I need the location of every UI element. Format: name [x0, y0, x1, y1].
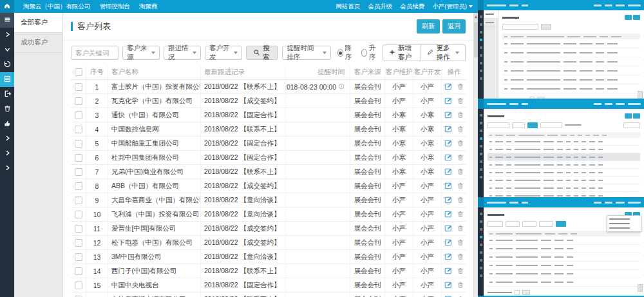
delete-icon-button[interactable]: [457, 82, 464, 91]
delete-icon-button[interactable]: [457, 139, 464, 148]
delete-icon-button[interactable]: [457, 125, 464, 134]
user-menu[interactable]: 小严(管理员): [432, 3, 473, 11]
edit-icon-button[interactable]: [444, 295, 452, 297]
edit-icon-button[interactable]: [444, 97, 452, 106]
cell-actions: [442, 137, 466, 150]
refresh-button[interactable]: 刷新: [417, 19, 440, 34]
delete-icon-button[interactable]: [457, 238, 464, 247]
row-checkbox[interactable]: [75, 211, 82, 218]
sidebar-trash-item[interactable]: [0, 102, 14, 117]
sidebar-thumbs-up-item[interactable]: [0, 117, 14, 131]
row-checkbox[interactable]: [75, 196, 82, 204]
customer-subnav: 全部客户成功客户: [14, 13, 63, 297]
subnav-item-success-customers[interactable]: 成功客户: [14, 33, 62, 53]
sidebar-chevron-down-item[interactable]: [0, 43, 14, 57]
row-checkbox[interactable]: [75, 282, 82, 289]
row-checkbox[interactable]: [75, 126, 82, 133]
edit-icon-button[interactable]: [444, 168, 452, 177]
delete-icon-button[interactable]: [457, 253, 464, 262]
home-button[interactable]: [0, 0, 14, 13]
sidebar-menu-item[interactable]: [0, 13, 14, 28]
cell-remind-time: [286, 179, 350, 193]
more-actions-button[interactable]: 更多操作: [421, 44, 466, 61]
edit-icon-button[interactable]: [444, 267, 452, 276]
edit-icon-button[interactable]: [444, 139, 452, 148]
edit-icon-button[interactable]: [444, 253, 452, 262]
edit-icon-button[interactable]: [444, 182, 452, 191]
chevron-down-icon: [151, 52, 155, 54]
delete-icon-button[interactable]: [457, 210, 464, 219]
row-checkbox[interactable]: [75, 83, 82, 91]
sidebar-logout-item[interactable]: [0, 87, 14, 102]
followup-select[interactable]: 跟进情况: [164, 46, 201, 60]
row-checkbox[interactable]: [75, 111, 82, 119]
edit-icon-button[interactable]: [444, 210, 452, 219]
delete-icon-button[interactable]: [457, 196, 464, 205]
sidebar-chevron-right-item[interactable]: [0, 146, 14, 161]
search-button[interactable]: 搜索: [246, 46, 278, 60]
checkbox-cell: [71, 122, 86, 136]
row-checkbox[interactable]: [75, 239, 82, 247]
delete-icon-button[interactable]: [457, 153, 464, 162]
edit-icon-button[interactable]: [444, 153, 452, 162]
vertical-scrollbar[interactable]: [473, 13, 478, 297]
sidebar-chevron-right-item[interactable]: [0, 28, 14, 43]
sort-desc-radio[interactable]: 降序: [337, 44, 355, 62]
edit-icon-button[interactable]: [444, 125, 452, 134]
back-button[interactable]: 返回: [442, 19, 466, 34]
preview-window-3[interactable]: [478, 197, 644, 296]
delete-icon-button[interactable]: [457, 295, 464, 297]
row-checkbox[interactable]: [75, 140, 82, 148]
member-upgrade-link[interactable]: 会员升级: [368, 3, 392, 11]
edit-icon-button[interactable]: [444, 111, 452, 120]
preview-topbar: [478, 99, 644, 109]
delete-icon-button[interactable]: [457, 168, 464, 177]
develop-select[interactable]: 客户开发: [205, 46, 242, 60]
sidebar-chevron-right-item[interactable]: [0, 131, 14, 146]
subnav-item-all-customers[interactable]: 全部客户: [14, 13, 62, 33]
row-checkbox[interactable]: [75, 97, 82, 105]
select-all-checkbox[interactable]: [75, 68, 82, 76]
table-header-row: 序号客户名称最新跟进记录提醒时间客户来源客户维护客户开发操作: [71, 65, 466, 80]
cell-customer-name: 杜邦中国集团有限公司: [108, 151, 201, 164]
cell-actions: [442, 250, 466, 263]
row-checkbox[interactable]: [75, 168, 82, 176]
delete-icon-button[interactable]: [457, 97, 464, 106]
radio-icon: [361, 49, 367, 57]
row-checkbox[interactable]: [75, 267, 82, 275]
edit-icon-button[interactable]: [444, 224, 452, 233]
row-checkbox[interactable]: [75, 182, 82, 190]
sort-asc-radio[interactable]: 升序: [361, 44, 379, 62]
site-home-link[interactable]: 网站首页: [336, 3, 360, 11]
delete-icon-button[interactable]: [457, 182, 464, 191]
preview-window-2[interactable]: [478, 99, 644, 197]
delete-icon-button[interactable]: [457, 224, 464, 233]
row-checkbox[interactable]: [75, 154, 82, 162]
admin-console-link[interactable]: 管理控制台: [100, 3, 131, 11]
add-customer-button[interactable]: 新增客户: [383, 44, 421, 61]
delete-icon-button[interactable]: [457, 111, 464, 120]
delete-icon-button[interactable]: [457, 281, 464, 290]
edit-icon-button[interactable]: [444, 196, 452, 205]
edit-icon-button[interactable]: [444, 281, 452, 290]
cell-actions: [442, 94, 466, 108]
sidebar-history-item[interactable]: [0, 57, 14, 72]
source-select[interactable]: 客户来源: [122, 46, 160, 60]
row-checkbox[interactable]: [75, 253, 82, 261]
keyword-input[interactable]: [71, 46, 118, 60]
edit-icon-button[interactable]: [444, 238, 452, 247]
company-name[interactable]: 淘聚云（中国）有限公司: [23, 3, 91, 11]
row-checkbox[interactable]: [75, 225, 82, 233]
sidebar-chevron-right-item[interactable]: [0, 161, 14, 176]
sidebar-list-item[interactable]: [0, 72, 14, 87]
cell-customer-name: 西门子(中国)有限公司: [108, 264, 201, 278]
preview-window-1[interactable]: [478, 0, 644, 99]
title-accent-bar: [71, 22, 73, 31]
header-4: 客户来源: [350, 65, 385, 79]
delete-icon-button[interactable]: [457, 267, 464, 276]
member-renew-link[interactable]: 会员续费: [400, 3, 424, 11]
cell-remind-time: [286, 236, 350, 249]
remind-sort-select[interactable]: 提醒时间排序: [282, 46, 330, 60]
shop-link[interactable]: 淘聚商: [139, 3, 158, 11]
edit-icon-button[interactable]: [444, 82, 452, 91]
